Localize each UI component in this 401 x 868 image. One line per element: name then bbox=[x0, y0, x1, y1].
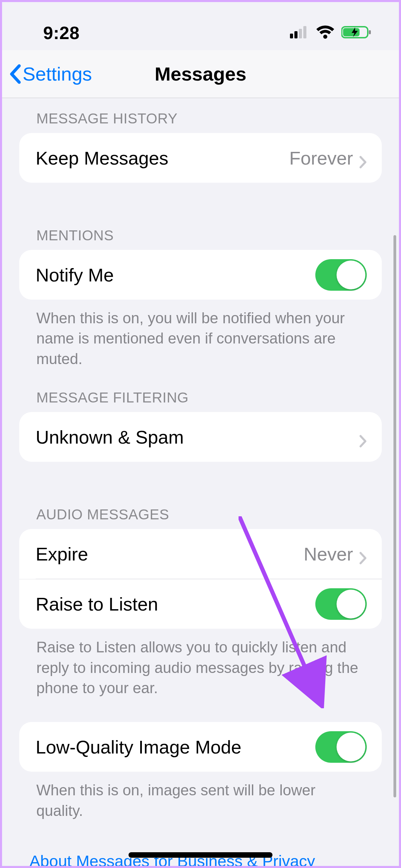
row-raise-to-listen[interactable]: Raise to Listen bbox=[19, 579, 382, 629]
row-label: Unknown & Spam bbox=[36, 426, 359, 448]
row-low-quality-image-mode[interactable]: Low-Quality Image Mode bbox=[19, 722, 382, 772]
group-filtering: Unknown & Spam bbox=[19, 412, 382, 462]
cellular-icon bbox=[290, 26, 309, 40]
footer-audio: Raise to Listen allows you to quickly li… bbox=[19, 629, 382, 698]
svg-rect-1 bbox=[294, 31, 297, 38]
group-history: Keep Messages Forever bbox=[19, 133, 382, 183]
row-value: Forever bbox=[289, 147, 353, 169]
section-header-audio: AUDIO MESSAGES bbox=[19, 489, 382, 529]
back-button[interactable]: Settings bbox=[2, 63, 99, 85]
svg-rect-0 bbox=[290, 34, 293, 38]
status-right bbox=[290, 25, 372, 40]
about-messages-link[interactable]: About Messages for Business & Privacy bbox=[19, 821, 382, 868]
chevron-left-icon bbox=[9, 64, 21, 84]
wifi-icon bbox=[316, 25, 335, 40]
section-header-history: MESSAGE HISTORY bbox=[19, 98, 382, 133]
row-label: Raise to Listen bbox=[36, 593, 315, 615]
back-label: Settings bbox=[23, 63, 92, 85]
toggle-low-quality-image-mode[interactable] bbox=[315, 731, 367, 763]
svg-rect-6 bbox=[369, 30, 371, 34]
row-expire[interactable]: Expire Never bbox=[19, 529, 382, 579]
chevron-right-icon bbox=[359, 431, 367, 444]
svg-rect-2 bbox=[299, 29, 302, 38]
group-audio: Expire Never Raise to Listen bbox=[19, 529, 382, 629]
row-label: Keep Messages bbox=[36, 147, 289, 169]
row-notify-me[interactable]: Notify Me bbox=[19, 250, 382, 300]
svg-rect-3 bbox=[303, 26, 306, 38]
row-unknown-spam[interactable]: Unknown & Spam bbox=[19, 412, 382, 462]
content: MESSAGE HISTORY Keep Messages Forever ME… bbox=[2, 98, 399, 868]
scroll-indicator[interactable] bbox=[393, 235, 396, 797]
nav-bar: Settings Messages bbox=[2, 50, 399, 98]
svg-rect-5 bbox=[343, 28, 360, 36]
home-indicator bbox=[129, 852, 272, 858]
status-bar: 9:28 bbox=[2, 2, 399, 50]
group-mentions: Notify Me bbox=[19, 250, 382, 300]
row-label: Expire bbox=[36, 543, 304, 565]
footer-low-quality: When this is on, images sent will be low… bbox=[19, 772, 382, 821]
section-header-filtering: MESSAGE FILTERING bbox=[19, 369, 382, 412]
row-label: Low-Quality Image Mode bbox=[36, 736, 315, 758]
row-keep-messages[interactable]: Keep Messages Forever bbox=[19, 133, 382, 183]
toggle-notify-me[interactable] bbox=[315, 259, 367, 291]
section-header-mentions: MENTIONS bbox=[19, 210, 382, 250]
footer-mentions: When this is on, you will be notified wh… bbox=[19, 300, 382, 369]
row-value: Never bbox=[304, 543, 353, 565]
row-label: Notify Me bbox=[36, 264, 315, 286]
status-time: 9:28 bbox=[43, 23, 80, 43]
chevron-right-icon bbox=[359, 152, 367, 165]
group-low-quality: Low-Quality Image Mode bbox=[19, 722, 382, 772]
battery-charging-icon bbox=[341, 25, 372, 40]
toggle-raise-to-listen[interactable] bbox=[315, 588, 367, 620]
chevron-right-icon bbox=[359, 547, 367, 560]
